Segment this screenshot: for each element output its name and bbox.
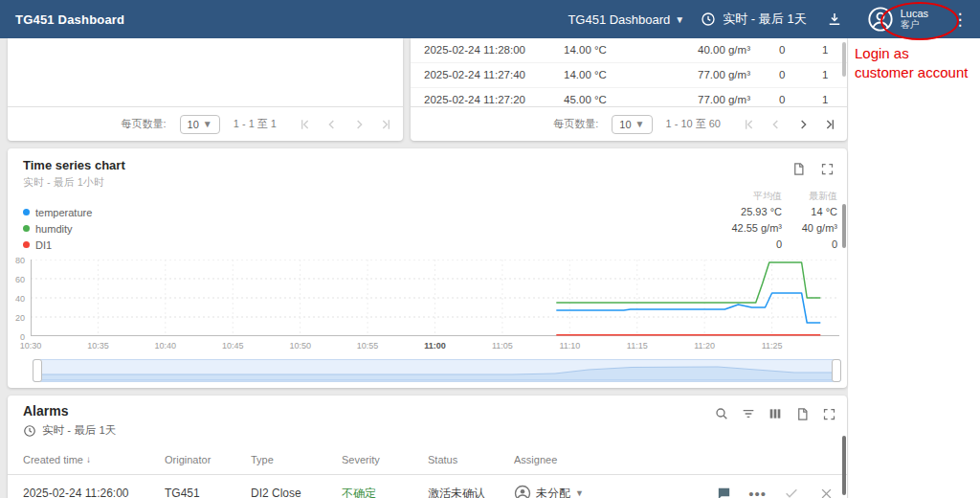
header-originator[interactable]: Originator: [165, 445, 251, 474]
more-vert-icon[interactable]: ⋮: [947, 7, 972, 32]
page-size-select[interactable]: 10 ▼: [612, 115, 652, 134]
user-menu[interactable]: Lucas 客户: [862, 5, 932, 34]
clear-close-icon[interactable]: [816, 484, 835, 498]
y-axis-labels: 020406080: [8, 260, 28, 336]
timeseries-widget: Time series chart 实时 - 最后 1小时 temperatur…: [8, 148, 847, 388]
alarms-timewindow-label: 实时 - 最后 1天: [42, 423, 116, 438]
alarms-title: Alarms: [23, 403, 68, 419]
download-icon[interactable]: [822, 7, 847, 32]
search-icon[interactable]: [713, 405, 730, 422]
annotation-line2: customer account: [855, 63, 968, 82]
page-size-select[interactable]: 10 ▼: [180, 115, 220, 134]
legend-item-humidity[interactable]: humdity: [23, 220, 92, 237]
avatar-icon: [866, 5, 895, 34]
alarms-widget: Alarms 实时 - 最后 1天 Created time: [8, 396, 847, 498]
timewindow-button[interactable]: 实时 - 最后 1天: [700, 11, 806, 28]
header-severity[interactable]: Severity: [342, 445, 428, 474]
annotation-text: Login as customer account: [855, 44, 968, 82]
top-bar-actions: TG451 Dashboard ▼ 实时 - 最后 1天 Lucas 客户: [568, 5, 980, 34]
legend-label: humdity: [35, 223, 73, 235]
latest-values-table: 2025-02-24 11:28:00 14.00 °C 40.00 g/m³ …: [411, 38, 847, 107]
sort-desc-icon: ↓: [86, 445, 91, 474]
page-range: 1 - 10 至 60: [666, 117, 721, 131]
last-page-button[interactable]: [818, 113, 841, 136]
header-assignee[interactable]: Assignee: [514, 445, 847, 474]
top-bar: TG451 Dashboard TG451 Dashboard ▼ 实时 - 最…: [0, 0, 980, 38]
header-created-time[interactable]: Created time ↓: [23, 445, 165, 474]
dashboard-select[interactable]: TG451 Dashboard ▼: [568, 12, 684, 27]
widget-actions: [790, 160, 835, 177]
last-page-button[interactable]: [374, 113, 397, 136]
more-horiz-icon[interactable]: •••: [748, 486, 767, 498]
first-page-button[interactable]: [294, 113, 317, 136]
page-range: 1 - 1 至 1: [234, 117, 277, 131]
stats-header: 平均值 最新值: [705, 188, 837, 204]
cell-humidity: 77.00 g/m³: [698, 88, 779, 107]
navigator-right-handle[interactable]: [832, 359, 841, 382]
cell-timestamp: 2025-02-24 11:27:40: [424, 63, 564, 87]
stats-row-humidity: 42.55 g/m³ 40 g/m³: [705, 220, 837, 237]
clock-icon: [700, 11, 717, 28]
cell-humidity: 77.00 g/m³: [698, 63, 779, 87]
table-row[interactable]: 2025-02-24 11:28:00 14.00 °C 40.00 g/m³ …: [411, 38, 847, 63]
chart-time-navigator[interactable]: [33, 359, 841, 382]
chevron-down-icon: ▼: [575, 474, 584, 498]
alarm-created-time: 2025-02-24 11:26:00: [23, 474, 165, 498]
widget-timewindow: 实时 - 最后 1小时: [23, 175, 104, 190]
alarms-timewindow[interactable]: 实时 - 最后 1天: [23, 423, 116, 438]
latest-header: 最新值: [782, 188, 837, 204]
timewindow-label: 实时 - 最后 1天: [723, 11, 806, 28]
pagination-arrows: [738, 113, 841, 136]
user-role: 客户: [901, 19, 928, 31]
alarm-status: 激活未确认: [428, 474, 514, 498]
acknowledge-check-icon[interactable]: [782, 484, 801, 498]
comment-icon[interactable]: [714, 484, 733, 498]
x-axis-labels: 10:3010:3510:4010:4510:5010:5511:0011:05…: [31, 341, 839, 352]
legend-stats: 平均值 最新值 25.93 °C 14 °C 42.55 g/m³ 40 g/m…: [705, 188, 837, 253]
cell-di2: 1: [822, 88, 847, 107]
cell-temperature: 14.00 °C: [564, 38, 698, 62]
navigator-area: [33, 360, 840, 381]
fullscreen-icon[interactable]: [818, 160, 835, 177]
pagination-left: 每页数量: 10 ▼ 1 - 1 至 1: [8, 106, 403, 141]
avg-header: 平均值: [705, 188, 782, 204]
legend-item-temperature[interactable]: temperature: [23, 204, 92, 220]
dashboard-page: TG451 Dashboard TG451 Dashboard ▼ 实时 - 最…: [0, 0, 980, 498]
table-row[interactable]: 2025-02-24 11:27:40 14.00 °C 77.00 g/m³ …: [411, 63, 847, 88]
legend-dot: [23, 225, 30, 232]
scrollbar[interactable]: [842, 204, 846, 248]
clock-icon: [23, 424, 36, 438]
export-icon[interactable]: [790, 160, 807, 177]
widget-title: Time series chart: [23, 158, 125, 172]
legend-item-di1[interactable]: DI1: [23, 237, 92, 253]
next-page-button[interactable]: [347, 113, 370, 136]
avg-value: 25.93 °C: [705, 204, 782, 220]
filter-icon[interactable]: [740, 405, 757, 422]
page-size-value: 10: [619, 119, 631, 130]
first-page-button[interactable]: [738, 113, 761, 136]
next-page-button[interactable]: [791, 113, 814, 136]
prev-page-button[interactable]: [321, 113, 344, 136]
scrollbar[interactable]: [842, 42, 846, 77]
export-icon[interactable]: [793, 405, 811, 422]
columns-icon[interactable]: [767, 405, 784, 422]
latest-value: 40 g/m³: [782, 220, 837, 237]
pagination-arrows: [294, 113, 397, 136]
chevron-down-icon: ▼: [203, 119, 212, 129]
scrollbar[interactable]: [842, 436, 846, 495]
pagination-right: 每页数量: 10 ▼ 1 - 10 至 60: [411, 106, 847, 141]
legend-dot: [23, 209, 30, 215]
page-size-label: 每页数量:: [553, 117, 598, 131]
line-chart[interactable]: [31, 260, 839, 336]
chart-legend: temperature humdity DI1: [23, 204, 92, 253]
navigator-left-handle[interactable]: [33, 359, 42, 382]
page-title: TG451 Dashboard: [0, 12, 124, 27]
header-status[interactable]: Status: [428, 445, 514, 474]
prev-page-button[interactable]: [765, 113, 788, 136]
fullscreen-icon[interactable]: [820, 405, 837, 422]
cell-temperature: 14.00 °C: [564, 63, 698, 87]
header-type[interactable]: Type: [251, 445, 342, 474]
user-name: Lucas: [901, 8, 928, 19]
page-size-value: 10: [188, 119, 199, 130]
table-row[interactable]: 2025-02-24 11:27:20 45.00 °C 77.00 g/m³ …: [411, 88, 847, 107]
